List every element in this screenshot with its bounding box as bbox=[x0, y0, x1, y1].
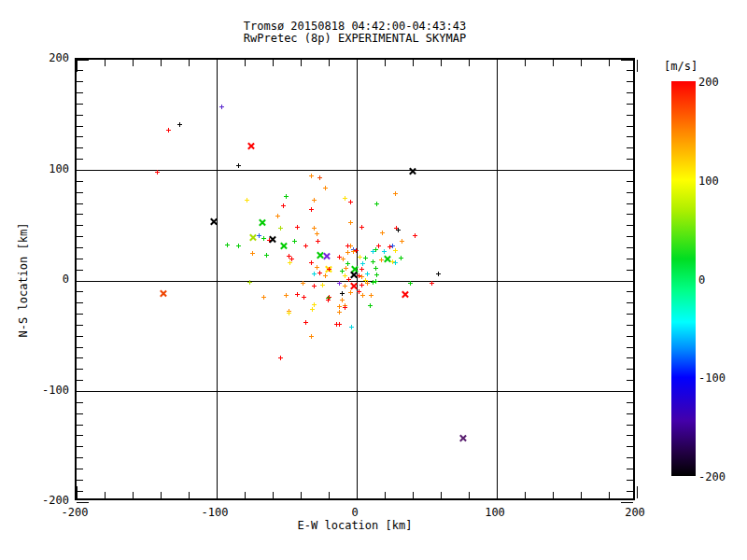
x-axis-tick bbox=[133, 60, 134, 66]
scatter-point bbox=[309, 334, 314, 339]
scatter-point-cross bbox=[408, 167, 416, 175]
x-tick-label: -100 bbox=[182, 506, 247, 519]
x-axis-tick bbox=[161, 492, 162, 498]
scatter-point bbox=[337, 281, 342, 286]
y-axis-tick bbox=[77, 115, 83, 116]
x-axis-tick bbox=[525, 492, 526, 498]
y-axis-tick bbox=[77, 60, 89, 61]
scatter-point bbox=[315, 265, 319, 270]
y-axis-tick bbox=[627, 70, 633, 71]
x-axis-tick bbox=[273, 492, 274, 498]
y-axis-tick bbox=[627, 159, 633, 160]
scatter-point bbox=[359, 267, 364, 272]
x-axis-tick bbox=[469, 492, 470, 498]
y-axis-tick bbox=[627, 357, 633, 358]
colorbar-tick-label: -200 bbox=[698, 470, 740, 483]
y-axis-tick bbox=[627, 413, 633, 414]
y-axis-tick bbox=[77, 159, 83, 160]
x-axis-tick bbox=[441, 60, 442, 66]
scatter-point bbox=[309, 174, 314, 178]
x-axis-tick bbox=[217, 60, 218, 72]
y-axis-tick bbox=[77, 425, 83, 426]
scatter-point-cross bbox=[322, 252, 331, 260]
y-axis-tick bbox=[627, 314, 633, 315]
scatter-point bbox=[292, 239, 297, 244]
y-axis-tick bbox=[627, 480, 633, 481]
x-tick-label: 0 bbox=[322, 506, 388, 519]
y-tick-label: 0 bbox=[28, 273, 69, 286]
x-axis-tick bbox=[609, 492, 610, 498]
scatter-point-cross bbox=[401, 290, 409, 299]
y-axis-tick bbox=[627, 92, 633, 93]
scatter-point bbox=[348, 220, 353, 225]
y-axis-tick bbox=[77, 314, 83, 315]
scatter-point bbox=[351, 249, 356, 254]
scatter-point bbox=[287, 311, 291, 315]
x-axis-tick bbox=[525, 60, 526, 66]
scatter-point bbox=[312, 284, 317, 288]
y-axis-tick bbox=[77, 181, 83, 182]
y-tick-label: -100 bbox=[28, 384, 69, 397]
x-axis-tick bbox=[77, 486, 78, 498]
x-axis-tick bbox=[245, 492, 246, 498]
scatter-point bbox=[393, 248, 398, 253]
y-axis-tick bbox=[77, 147, 83, 148]
y-axis-tick bbox=[77, 446, 83, 447]
y-axis-tick bbox=[627, 236, 633, 237]
x-tick-label: 200 bbox=[602, 506, 668, 519]
y-axis-tick bbox=[77, 281, 89, 282]
scatter-point bbox=[368, 303, 373, 308]
y-axis-tick bbox=[627, 469, 633, 469]
x-axis-tick bbox=[357, 60, 358, 72]
y-axis-tick bbox=[627, 81, 633, 82]
x-axis-tick bbox=[161, 60, 162, 66]
y-axis-tick bbox=[621, 502, 633, 503]
y-axis-tick bbox=[77, 81, 83, 82]
y-axis-tick bbox=[627, 425, 633, 426]
y-axis-tick bbox=[627, 270, 633, 271]
scatter-point bbox=[250, 251, 255, 256]
scatter-point bbox=[288, 260, 292, 265]
plot-area bbox=[75, 58, 635, 500]
y-axis-tick bbox=[77, 391, 89, 392]
scatter-point bbox=[430, 281, 434, 286]
y-axis-tick bbox=[627, 126, 633, 127]
y-axis-tick bbox=[77, 357, 83, 358]
y-axis-tick bbox=[77, 380, 83, 381]
scatter-point bbox=[359, 274, 364, 279]
gridline-vertical bbox=[217, 60, 218, 498]
scatter-point-cross bbox=[258, 218, 266, 227]
scatter-point-cross bbox=[279, 242, 288, 250]
scatter-point bbox=[225, 243, 230, 247]
y-axis-tick bbox=[77, 469, 83, 469]
scatter-point bbox=[393, 191, 398, 196]
scatter-point bbox=[359, 283, 364, 287]
scatter-point bbox=[261, 236, 266, 241]
y-axis-tick bbox=[627, 104, 633, 105]
y-axis-tick bbox=[627, 302, 633, 303]
scatter-point bbox=[365, 281, 370, 286]
y-axis-tick bbox=[77, 347, 83, 348]
scatter-point bbox=[219, 105, 224, 109]
x-axis-tick bbox=[189, 60, 190, 66]
y-axis-tick bbox=[77, 270, 83, 271]
scatter-point bbox=[360, 261, 365, 266]
y-axis-tick bbox=[627, 457, 633, 458]
y-axis-tick bbox=[621, 391, 633, 392]
y-axis-tick bbox=[77, 435, 83, 436]
gridline-vertical bbox=[497, 60, 498, 498]
y-axis-tick bbox=[627, 435, 633, 436]
y-axis-tick bbox=[627, 115, 633, 116]
scatter-point bbox=[301, 281, 305, 286]
scatter-point bbox=[400, 239, 404, 244]
scatter-point bbox=[380, 231, 385, 235]
scatter-point-cross bbox=[247, 142, 255, 150]
x-axis-tick bbox=[637, 60, 638, 72]
y-axis-tick bbox=[627, 336, 633, 337]
scatter-point bbox=[344, 266, 348, 271]
y-axis-tick bbox=[627, 247, 633, 248]
y-axis-tick bbox=[77, 259, 83, 259]
y-axis-tick bbox=[77, 302, 83, 303]
y-axis-tick bbox=[77, 325, 83, 326]
scatter-point bbox=[340, 298, 345, 302]
